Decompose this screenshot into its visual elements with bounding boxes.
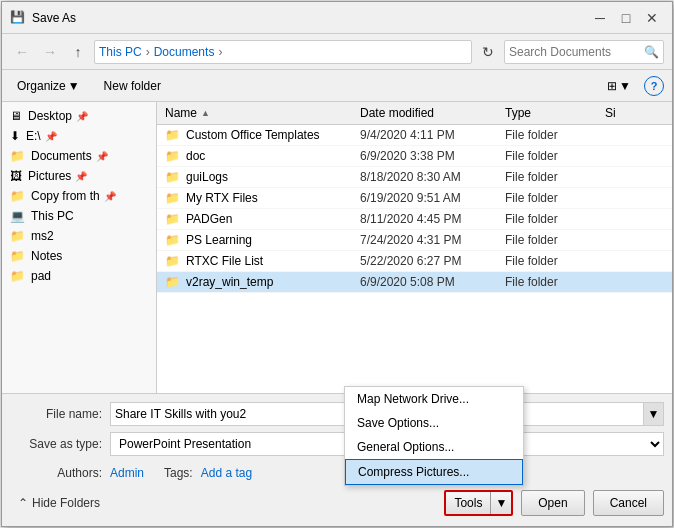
dialog-title: Save As [32,11,588,25]
file-date-cell: 5/22/2020 6:27 PM [352,254,497,268]
file-name-cell: 📁My RTX Files [157,191,352,205]
sidebar-label-desktop: Desktop [28,109,72,123]
view-button[interactable]: ⊞ ▼ [602,76,636,96]
pin-icon-pic: 📌 [75,171,87,182]
sidebar-label-ms2: ms2 [31,229,54,243]
file-date-cell: 8/11/2020 4:45 PM [352,212,497,226]
back-button[interactable]: ← [10,40,34,64]
sidebar: 🖥 Desktop 📌 ⬇ E:\ 📌 📁 Documents 📌 🖼 Pict… [2,102,157,393]
breadcrumb: This PC › Documents › [94,40,472,64]
sidebar-item-pad[interactable]: 📁 pad [2,266,156,286]
save-as-dialog: 💾 Save As ─ □ ✕ ← → ↑ This PC › Document… [1,1,673,527]
folder-icon-file: 📁 [165,212,180,226]
table-row[interactable]: 📁RTXC File List 5/22/2020 6:27 PM File f… [157,251,672,272]
sort-arrow-icon: ▲ [201,108,210,118]
tools-arrow-icon[interactable]: ▼ [490,492,511,514]
file-date-cell: 7/24/2020 4:31 PM [352,233,497,247]
buttons-row: ⌃ Hide Folders Tools ▼ Open Cancel Map N… [10,484,664,518]
title-bar: 💾 Save As ─ □ ✕ [2,2,672,34]
pin-icon: 📌 [76,111,88,122]
sidebar-item-desktop[interactable]: 🖥 Desktop 📌 [2,106,156,126]
file-date-cell: 8/18/2020 8:30 AM [352,170,497,184]
cancel-button[interactable]: Cancel [593,490,664,516]
ms2-icon: 📁 [10,229,25,243]
breadcrumb-documents[interactable]: Documents [154,45,215,59]
col-header-name[interactable]: Name ▲ [157,106,352,120]
authors-row: Authors: Admin Tags: Add a tag [10,462,664,484]
new-folder-button[interactable]: New folder [95,76,170,96]
breadcrumb-this-pc[interactable]: This PC [99,45,142,59]
hide-folders-label: Hide Folders [32,496,100,510]
window-controls: ─ □ ✕ [588,6,664,30]
file-date-cell: 6/9/2020 5:08 PM [352,275,497,289]
sidebar-label-notes: Notes [31,249,62,263]
desktop-icon: 🖥 [10,109,22,123]
minimize-button[interactable]: ─ [588,6,612,30]
table-row[interactable]: 📁My RTX Files 6/19/2020 9:51 AM File fol… [157,188,672,209]
col-header-size[interactable]: Si [597,106,657,120]
pin-icon-e: 📌 [45,131,57,142]
sidebar-item-drive-e[interactable]: ⬇ E:\ 📌 [2,126,156,146]
breadcrumb-separator: › [146,45,150,59]
table-row[interactable]: 📁PADGen 8/11/2020 4:45 PM File folder [157,209,672,230]
table-row[interactable]: 📁v2ray_win_temp 6/9/2020 5:08 PM File fo… [157,272,672,293]
folder-icon-file: 📁 [165,128,180,142]
hide-folders-arrow-icon: ⌃ [18,496,28,510]
col-header-type[interactable]: Type [497,106,597,120]
forward-button[interactable]: → [38,40,62,64]
organize-button[interactable]: Organize ▼ [10,76,87,96]
search-input[interactable] [509,45,644,59]
filename-dropdown-btn[interactable]: ▼ [644,402,664,426]
file-name-cell: 📁RTXC File List [157,254,352,268]
copy-from-icon: 📁 [10,189,25,203]
file-name-cell: 📁doc [157,149,352,163]
file-type-cell: File folder [497,275,597,289]
folder-icon-file: 📁 [165,191,180,205]
folder-icon-file: 📁 [165,149,180,163]
table-row[interactable]: 📁PS Learning 7/24/2020 4:31 PM File fold… [157,230,672,251]
up-button[interactable]: ↑ [66,40,90,64]
file-type-cell: File folder [497,149,597,163]
savetype-label: Save as type: [10,437,110,451]
table-row[interactable]: 📁guiLogs 8/18/2020 8:30 AM File folder [157,167,672,188]
this-pc-icon: 💻 [10,209,25,223]
tools-button[interactable]: Tools ▼ [444,490,513,516]
dropdown-item-general-options[interactable]: General Options... [345,435,523,459]
search-box[interactable]: 🔍 [504,40,664,64]
close-button[interactable]: ✕ [640,6,664,30]
file-type-cell: File folder [497,254,597,268]
file-type-cell: File folder [497,191,597,205]
breadcrumb-end-arrow: › [218,45,222,59]
sidebar-item-notes[interactable]: 📁 Notes [2,246,156,266]
sidebar-item-documents[interactable]: 📁 Documents 📌 [2,146,156,166]
file-name-cell: 📁Custom Office Templates [157,128,352,142]
table-row[interactable]: 📁Custom Office Templates 9/4/2020 4:11 P… [157,125,672,146]
file-name-cell: 📁guiLogs [157,170,352,184]
sidebar-item-ms2[interactable]: 📁 ms2 [2,226,156,246]
file-list: Name ▲ Date modified Type Si 📁Custom Off… [157,102,672,393]
tools-dropdown-menu: Map Network Drive... Save Options... Gen… [344,386,524,486]
view-icon: ⊞ [607,79,617,93]
dropdown-item-map-network[interactable]: Map Network Drive... [345,387,523,411]
authors-value[interactable]: Admin [110,466,144,480]
help-button[interactable]: ? [644,76,664,96]
file-type-cell: File folder [497,212,597,226]
dropdown-item-compress-pictures[interactable]: Compress Pictures... [345,459,523,485]
table-row[interactable]: 📁doc 6/9/2020 3:38 PM File folder [157,146,672,167]
sidebar-item-pictures[interactable]: 🖼 Pictures 📌 [2,166,156,186]
sidebar-item-this-pc[interactable]: 💻 This PC [2,206,156,226]
hide-folders-button[interactable]: ⌃ Hide Folders [18,496,100,510]
navigation-toolbar: ← → ↑ This PC › Documents › ↻ 🔍 [2,34,672,70]
sidebar-item-copy-from[interactable]: 📁 Copy from th 📌 [2,186,156,206]
dialog-icon: 💾 [10,10,26,26]
file-list-header: Name ▲ Date modified Type Si [157,102,672,125]
sidebar-label-copy-from: Copy from th [31,189,100,203]
dropdown-item-save-options[interactable]: Save Options... [345,411,523,435]
refresh-button[interactable]: ↻ [476,40,500,64]
tags-value[interactable]: Add a tag [201,466,252,480]
col-header-date[interactable]: Date modified [352,106,497,120]
maximize-button[interactable]: □ [614,6,638,30]
file-name-cell: 📁PS Learning [157,233,352,247]
open-button[interactable]: Open [521,490,584,516]
savetype-row: Save as type: PowerPoint Presentation [10,432,664,456]
